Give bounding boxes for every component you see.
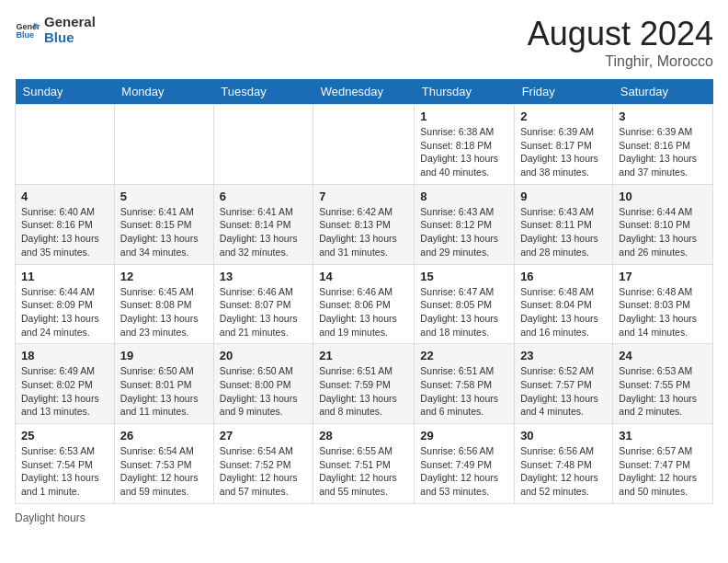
day-cell: 8Sunrise: 6:43 AM Sunset: 8:12 PM Daylig…	[415, 184, 515, 264]
day-info: Sunrise: 6:44 AM Sunset: 8:09 PM Dayligh…	[21, 285, 108, 339]
day-info: Sunrise: 6:45 AM Sunset: 8:08 PM Dayligh…	[120, 285, 208, 339]
day-number: 22	[420, 349, 508, 362]
day-cell: 23Sunrise: 6:52 AM Sunset: 7:57 PM Dayli…	[515, 344, 613, 424]
day-info: Sunrise: 6:52 AM Sunset: 7:57 PM Dayligh…	[520, 364, 607, 419]
weekday-header-saturday: Saturday	[613, 79, 713, 105]
day-number: 1	[420, 109, 508, 123]
day-number: 26	[120, 429, 208, 442]
day-cell: 17Sunrise: 6:48 AM Sunset: 8:03 PM Dayli…	[613, 264, 713, 344]
day-cell: 12Sunrise: 6:45 AM Sunset: 8:08 PM Dayli…	[114, 264, 213, 344]
day-number: 13	[220, 270, 307, 283]
day-cell: 22Sunrise: 6:51 AM Sunset: 7:58 PM Dayli…	[415, 344, 515, 424]
day-info: Sunrise: 6:38 AM Sunset: 8:18 PM Dayligh…	[420, 125, 508, 179]
day-cell: 30Sunrise: 6:56 AM Sunset: 7:48 PM Dayli…	[515, 424, 613, 504]
logo-icon: General Blue	[15, 17, 40, 43]
day-info: Sunrise: 6:56 AM Sunset: 7:49 PM Dayligh…	[420, 444, 508, 499]
day-number: 15	[420, 270, 508, 283]
day-cell: 7Sunrise: 6:42 AM Sunset: 8:13 PM Daylig…	[313, 184, 415, 264]
day-cell: 13Sunrise: 6:46 AM Sunset: 8:07 PM Dayli…	[213, 264, 313, 344]
day-cell: 18Sunrise: 6:49 AM Sunset: 8:02 PM Dayli…	[16, 344, 115, 424]
week-row-5: 25Sunrise: 6:53 AM Sunset: 7:54 PM Dayli…	[16, 424, 713, 504]
day-cell: 26Sunrise: 6:54 AM Sunset: 7:53 PM Dayli…	[114, 424, 213, 504]
day-cell: 19Sunrise: 6:50 AM Sunset: 8:01 PM Dayli…	[114, 344, 213, 424]
day-number: 17	[619, 270, 707, 283]
day-info: Sunrise: 6:48 AM Sunset: 8:03 PM Dayligh…	[619, 285, 707, 339]
day-cell: 25Sunrise: 6:53 AM Sunset: 7:54 PM Dayli…	[16, 424, 115, 504]
day-number: 14	[319, 270, 408, 283]
day-cell: 14Sunrise: 6:46 AM Sunset: 8:06 PM Dayli…	[313, 264, 415, 344]
day-number: 24	[619, 349, 707, 362]
day-cell: 5Sunrise: 6:41 AM Sunset: 8:15 PM Daylig…	[114, 184, 213, 264]
day-number: 23	[520, 349, 607, 362]
day-info: Sunrise: 6:46 AM Sunset: 8:06 PM Dayligh…	[319, 285, 408, 339]
day-cell	[213, 105, 313, 185]
day-number: 11	[21, 270, 108, 283]
day-info: Sunrise: 6:51 AM Sunset: 7:58 PM Dayligh…	[420, 364, 508, 419]
logo-blue-text: Blue	[44, 30, 96, 46]
day-info: Sunrise: 6:44 AM Sunset: 8:10 PM Dayligh…	[619, 205, 707, 259]
logo: General Blue General Blue	[15, 15, 96, 45]
weekday-header-friday: Friday	[515, 79, 613, 105]
day-number: 8	[420, 190, 508, 203]
weekday-header-sunday: Sunday	[16, 79, 115, 105]
day-info: Sunrise: 6:47 AM Sunset: 8:05 PM Dayligh…	[420, 285, 508, 339]
day-info: Sunrise: 6:57 AM Sunset: 7:47 PM Dayligh…	[619, 444, 707, 499]
day-info: Sunrise: 6:55 AM Sunset: 7:51 PM Dayligh…	[319, 444, 408, 499]
day-number: 20	[220, 349, 307, 362]
day-info: Sunrise: 6:53 AM Sunset: 7:54 PM Dayligh…	[21, 444, 108, 499]
day-number: 21	[319, 349, 408, 362]
day-info: Sunrise: 6:41 AM Sunset: 8:15 PM Dayligh…	[120, 205, 208, 259]
header: General Blue General Blue August 2024 Ti…	[15, 15, 713, 70]
day-cell: 11Sunrise: 6:44 AM Sunset: 8:09 PM Dayli…	[16, 264, 115, 344]
day-info: Sunrise: 6:41 AM Sunset: 8:14 PM Dayligh…	[220, 205, 307, 259]
week-row-3: 11Sunrise: 6:44 AM Sunset: 8:09 PM Dayli…	[16, 264, 713, 344]
day-cell	[313, 105, 415, 185]
day-cell: 29Sunrise: 6:56 AM Sunset: 7:49 PM Dayli…	[415, 424, 515, 504]
weekday-header-thursday: Thursday	[415, 79, 515, 105]
footer-note: Daylight hours	[15, 511, 713, 524]
day-info: Sunrise: 6:49 AM Sunset: 8:02 PM Dayligh…	[21, 364, 108, 419]
day-info: Sunrise: 6:50 AM Sunset: 8:00 PM Dayligh…	[220, 364, 307, 419]
day-cell: 1Sunrise: 6:38 AM Sunset: 8:18 PM Daylig…	[415, 105, 515, 185]
day-cell: 3Sunrise: 6:39 AM Sunset: 8:16 PM Daylig…	[613, 105, 713, 185]
day-info: Sunrise: 6:43 AM Sunset: 8:12 PM Dayligh…	[420, 205, 508, 259]
day-number: 19	[120, 349, 208, 362]
weekday-header-wednesday: Wednesday	[313, 79, 415, 105]
day-number: 31	[619, 429, 707, 442]
day-cell: 9Sunrise: 6:43 AM Sunset: 8:11 PM Daylig…	[515, 184, 613, 264]
day-info: Sunrise: 6:43 AM Sunset: 8:11 PM Dayligh…	[520, 205, 607, 259]
day-cell: 6Sunrise: 6:41 AM Sunset: 8:14 PM Daylig…	[213, 184, 313, 264]
day-info: Sunrise: 6:39 AM Sunset: 8:16 PM Dayligh…	[619, 125, 707, 179]
day-number: 27	[220, 429, 307, 442]
day-info: Sunrise: 6:54 AM Sunset: 7:52 PM Dayligh…	[220, 444, 307, 499]
day-info: Sunrise: 6:48 AM Sunset: 8:04 PM Dayligh…	[520, 285, 607, 339]
day-number: 28	[319, 429, 408, 442]
day-number: 18	[21, 349, 108, 362]
day-number: 10	[619, 190, 707, 203]
title-area: August 2024 Tinghir, Morocco	[528, 15, 713, 70]
calendar-table: SundayMondayTuesdayWednesdayThursdayFrid…	[15, 79, 713, 504]
day-number: 7	[319, 190, 408, 203]
location: Tinghir, Morocco	[528, 53, 713, 70]
day-number: 6	[220, 190, 307, 203]
day-info: Sunrise: 6:51 AM Sunset: 7:59 PM Dayligh…	[319, 364, 408, 419]
day-number: 25	[21, 429, 108, 442]
day-number: 2	[520, 109, 607, 123]
day-info: Sunrise: 6:53 AM Sunset: 7:55 PM Dayligh…	[619, 364, 707, 419]
day-cell: 31Sunrise: 6:57 AM Sunset: 7:47 PM Dayli…	[613, 424, 713, 504]
day-cell: 24Sunrise: 6:53 AM Sunset: 7:55 PM Dayli…	[613, 344, 713, 424]
day-cell: 28Sunrise: 6:55 AM Sunset: 7:51 PM Dayli…	[313, 424, 415, 504]
weekday-header-monday: Monday	[114, 79, 213, 105]
day-info: Sunrise: 6:39 AM Sunset: 8:17 PM Dayligh…	[520, 125, 607, 179]
day-info: Sunrise: 6:46 AM Sunset: 8:07 PM Dayligh…	[220, 285, 307, 339]
day-info: Sunrise: 6:54 AM Sunset: 7:53 PM Dayligh…	[120, 444, 208, 499]
day-number: 5	[120, 190, 208, 203]
day-info: Sunrise: 6:40 AM Sunset: 8:16 PM Dayligh…	[21, 205, 108, 259]
week-row-1: 1Sunrise: 6:38 AM Sunset: 8:18 PM Daylig…	[16, 105, 713, 185]
day-number: 9	[520, 190, 607, 203]
svg-text:Blue: Blue	[16, 30, 34, 40]
day-cell: 16Sunrise: 6:48 AM Sunset: 8:04 PM Dayli…	[515, 264, 613, 344]
day-cell: 10Sunrise: 6:44 AM Sunset: 8:10 PM Dayli…	[613, 184, 713, 264]
day-info: Sunrise: 6:50 AM Sunset: 8:01 PM Dayligh…	[120, 364, 208, 419]
week-row-2: 4Sunrise: 6:40 AM Sunset: 8:16 PM Daylig…	[16, 184, 713, 264]
